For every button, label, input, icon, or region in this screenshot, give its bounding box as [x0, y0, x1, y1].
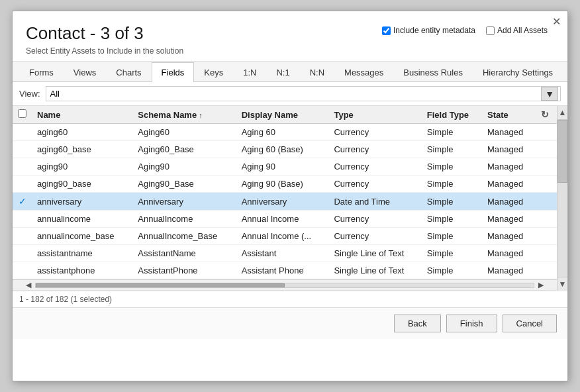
scrollbar-thumb [36, 283, 285, 287]
table-row[interactable]: annualincome_baseAnnualIncome_BaseAnnual… [13, 228, 557, 245]
cell-state: Managed [482, 124, 536, 141]
scrollbar-track[interactable] [35, 283, 534, 288]
row-checkbox-cell[interactable] [13, 211, 32, 228]
add-all-assets-label[interactable]: Add All Assets [486, 26, 548, 35]
table-row[interactable]: annualincomeAnnualIncomeAnnual IncomeCur… [13, 211, 557, 228]
include-metadata-label[interactable]: Include entity metadata [382, 26, 475, 35]
cell-name: aging60_base [32, 141, 132, 158]
table-wrapper: NameSchema Name↑Display NameTypeField Ty… [13, 106, 567, 291]
v-scroll-track[interactable] [557, 120, 567, 277]
cell-schema_name: AssistantName [132, 245, 236, 262]
back-button[interactable]: Back [394, 315, 441, 332]
col-header-state[interactable]: State [482, 106, 536, 124]
cell-name: aging90 [32, 158, 132, 175]
vertical-scrollbar[interactable]: ▲ ▼ [557, 106, 567, 291]
cell-display_name: Anniversary [236, 193, 329, 211]
cell-schema_name: Aging60 [132, 124, 236, 141]
tab-views[interactable]: Views [64, 62, 106, 82]
table-row[interactable]: aging90Aging90Aging 90CurrencySimpleMana… [13, 158, 557, 175]
view-select[interactable]: AllCustomManagedUnmanaged [46, 86, 561, 101]
col-header-type[interactable]: Type [328, 106, 421, 124]
tab-1n[interactable]: 1:N [233, 62, 266, 82]
cancel-button[interactable]: Cancel [503, 315, 557, 332]
include-metadata-checkbox[interactable] [382, 26, 391, 35]
finish-button[interactable]: Finish [446, 315, 497, 332]
scroll-right-arrow[interactable]: ▶ [536, 281, 546, 289]
tab-forms[interactable]: Forms [19, 62, 64, 82]
tab-business_rules[interactable]: Business Rules [393, 62, 473, 82]
row-checkbox-cell[interactable] [13, 228, 32, 245]
col-header-check [13, 106, 32, 124]
col-header-name[interactable]: Name [32, 106, 132, 124]
scroll-up-arrow[interactable]: ▲ [557, 106, 567, 120]
cell-state: Managed [482, 158, 536, 175]
row-checkbox-cell[interactable] [13, 262, 32, 279]
cell-name: assistantname [32, 245, 132, 262]
cell-display_name: Aging 60 [236, 124, 329, 141]
cell-field_type: Simple [422, 193, 482, 211]
cell-type: Date and Time [328, 193, 421, 211]
checkmark-icon: ✓ [19, 196, 26, 207]
cell-type: Currency [328, 228, 421, 245]
sort-icon: ↑ [199, 111, 203, 119]
refresh-icon[interactable]: ↻ [541, 109, 549, 120]
cell-field_type: Simple [422, 124, 482, 141]
cell-type: Currency [328, 211, 421, 228]
cell-refresh [536, 245, 557, 262]
cell-display_name: Assistant [236, 245, 329, 262]
cell-refresh [536, 262, 557, 279]
table-row[interactable]: assistantphoneAssistantPhoneAssistant Ph… [13, 262, 557, 279]
cell-type: Currency [328, 141, 421, 158]
cell-name: annualincome_base [32, 228, 132, 245]
cell-display_name: Annual Income (... [236, 228, 329, 245]
table-row[interactable]: ✓anniversaryAnniversaryAnniversaryDate a… [13, 193, 557, 211]
col-header-display_name[interactable]: Display Name [236, 106, 329, 124]
tab-keys[interactable]: Keys [194, 62, 233, 82]
add-all-assets-checkbox[interactable] [486, 26, 495, 35]
row-checkbox-cell[interactable] [13, 245, 32, 262]
col-header-schema_name[interactable]: Schema Name↑ [132, 106, 236, 124]
tab-hierarchy_settings[interactable]: Hierarchy Settings [473, 62, 563, 82]
tab-nn[interactable]: N:N [300, 62, 334, 82]
close-button[interactable]: ✕ [552, 17, 561, 27]
tab-n1[interactable]: N:1 [266, 62, 299, 82]
dialog-header: Contact - 3 of 3 Select Entity Assets to… [13, 11, 567, 62]
cell-display_name: Aging 90 (Base) [236, 175, 329, 193]
scroll-left-arrow[interactable]: ◀ [23, 281, 34, 289]
cell-state: Managed [482, 193, 536, 211]
table-row[interactable]: aging60_baseAging60_BaseAging 60 (Base)C… [13, 141, 557, 158]
row-checkbox-cell[interactable] [13, 175, 32, 193]
select-all-checkbox[interactable] [18, 109, 26, 118]
cell-refresh [536, 193, 557, 211]
dialog-subtitle: Select Entity Assets to Include in the s… [26, 46, 554, 56]
tab-messages[interactable]: Messages [334, 62, 393, 82]
col-header-field_type[interactable]: Field Type [422, 106, 482, 124]
cell-state: Managed [482, 141, 536, 158]
cell-name: aging90_base [32, 175, 132, 193]
cell-state: Managed [482, 262, 536, 279]
cell-refresh [536, 141, 557, 158]
table-container: NameSchema Name↑Display NameTypeField Ty… [13, 106, 557, 291]
cell-field_type: Simple [422, 245, 482, 262]
row-checkbox-cell[interactable] [13, 158, 32, 175]
cell-field_type: Simple [422, 158, 482, 175]
view-label: View: [19, 89, 40, 99]
row-checkbox-cell[interactable] [13, 141, 32, 158]
scroll-down-arrow[interactable]: ▼ [557, 277, 567, 291]
row-checkbox-cell[interactable]: ✓ [13, 193, 32, 211]
tab-fields[interactable]: Fields [152, 62, 195, 82]
status-bar: 1 - 182 of 182 (1 selected) [13, 291, 567, 307]
tab-charts[interactable]: Charts [106, 62, 151, 82]
cell-state: Managed [482, 245, 536, 262]
cell-type: Single Line of Text [328, 262, 421, 279]
table-row[interactable]: aging90_baseAging90_BaseAging 90 (Base)C… [13, 175, 557, 193]
table-row[interactable]: assistantnameAssistantNameAssistantSingl… [13, 245, 557, 262]
cell-name: annualincome [32, 211, 132, 228]
row-checkbox-cell[interactable] [13, 124, 32, 141]
cell-name: anniversary [32, 193, 132, 211]
view-bar: View: AllCustomManagedUnmanaged ▼ [13, 82, 567, 106]
cell-display_name: Assistant Phone [236, 262, 329, 279]
table-row[interactable]: aging60Aging60Aging 60CurrencySimpleMana… [13, 124, 557, 141]
cell-schema_name: AssistantPhone [132, 262, 236, 279]
horizontal-scrollbar[interactable]: ◀ ▶ [13, 279, 557, 290]
